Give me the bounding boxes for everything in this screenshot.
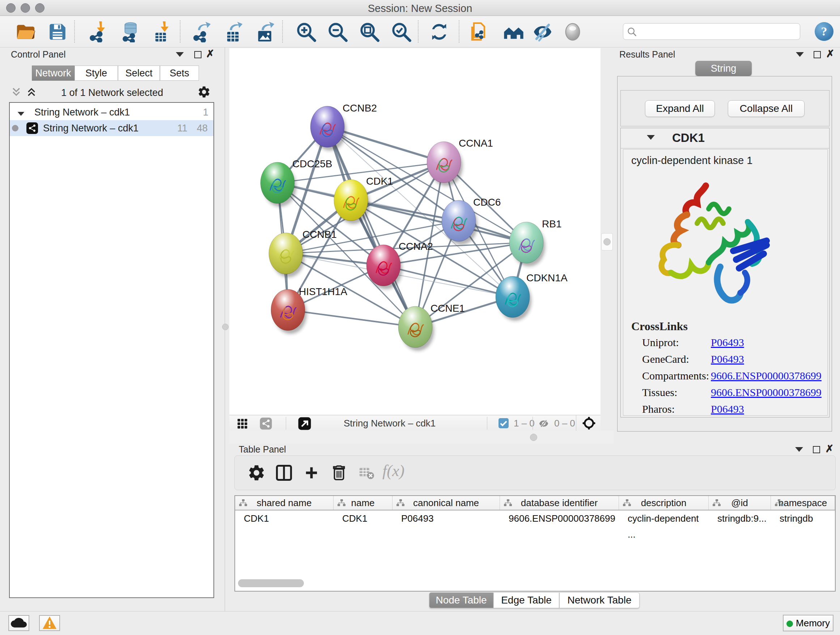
attribute-type-icon [504, 499, 512, 508]
function-builder-button[interactable]: f(x) [382, 462, 404, 480]
expand-all-networks-button[interactable] [26, 87, 37, 96]
cloud-button[interactable] [8, 615, 29, 631]
column-header[interactable]: canonical name [393, 496, 500, 510]
search-input[interactable] [640, 25, 796, 38]
table-cell[interactable]: P06493 [393, 510, 491, 526]
network-graph[interactable]: CCNB2CCNA1CDC25BCDK1CDC6RB1CCNB1CCNA2CDK… [229, 48, 600, 415]
table-cell[interactable]: stringdb:9... [709, 510, 762, 526]
left-splitter-handle[interactable] [222, 324, 229, 330]
network-node-CCNB1[interactable] [269, 233, 303, 274]
panel-float-button[interactable] [193, 50, 203, 60]
right-splitter[interactable] [601, 233, 613, 250]
hide-results-button[interactable] [532, 21, 553, 42]
panel-float-button[interactable] [811, 445, 822, 455]
string-results-box: Expand All Collapse All CDK1 cyclin-depe… [617, 76, 832, 432]
crosslink-value-link[interactable]: P06493 [711, 353, 744, 365]
tab-edge-table[interactable]: Edge Table [493, 592, 559, 608]
tab-network[interactable]: Network [32, 65, 74, 81]
panel-menu-button[interactable] [794, 445, 805, 455]
selected-checkbox[interactable] [499, 418, 508, 428]
import-network-file-button[interactable] [88, 21, 109, 42]
tab-style[interactable]: Style [74, 65, 118, 81]
save-session-button[interactable] [47, 21, 68, 42]
network-share-view-button[interactable] [259, 417, 273, 430]
panel-menu-button[interactable] [174, 50, 185, 60]
birds-eye-view-button[interactable] [297, 417, 312, 431]
warnings-button[interactable] [39, 615, 60, 631]
panel-float-button[interactable] [812, 50, 823, 60]
crosslink-value-link[interactable]: 9606.ENSP00000378699 [711, 370, 821, 382]
expand-all-button[interactable]: Expand All [645, 100, 715, 117]
table-cell[interactable]: CDK1 [333, 510, 384, 526]
column-header[interactable]: database identifier [500, 496, 619, 510]
import-network-database-button[interactable] [120, 21, 141, 42]
export-image-button[interactable] [255, 21, 276, 42]
documents-network-icon [468, 21, 489, 42]
panel-close-button[interactable]: ✗ [825, 49, 836, 59]
network-node-CDC25B[interactable] [261, 162, 294, 203]
column-header[interactable]: @id [709, 496, 771, 510]
show-grid-button[interactable] [236, 417, 249, 429]
gene-header[interactable]: CDK1 [621, 128, 829, 149]
add-column-button[interactable] [302, 463, 322, 483]
control-panel-title: Control Panel [11, 49, 65, 60]
collapse-all-networks-button[interactable] [11, 87, 22, 96]
tab-network-table[interactable]: Network Table [559, 592, 639, 608]
panel-close-button[interactable]: ✗ [824, 444, 835, 454]
network-row[interactable]: String Network – cdk1 11 48 [10, 120, 213, 136]
network-node-CCNB2[interactable] [310, 106, 344, 147]
network-view-name: String Network – cdk1 [344, 418, 436, 429]
tab-select[interactable]: Select [118, 65, 160, 81]
zoom-selected-button[interactable] [391, 21, 412, 42]
zoom-in-button[interactable] [295, 21, 317, 42]
column-header[interactable]: shared name [235, 496, 333, 510]
network-node-CCNE1[interactable] [398, 306, 432, 348]
tab-sets[interactable]: Sets [160, 65, 199, 81]
home-networks-button[interactable] [503, 21, 524, 42]
apply-layout-button[interactable] [429, 21, 450, 42]
network-node-RB1[interactable] [509, 222, 543, 263]
network-collection-row[interactable]: String Network – cdk1 1 [10, 104, 213, 120]
network-node-CCNA1[interactable] [427, 141, 461, 183]
crosslink-value-link[interactable]: P06493 [711, 403, 744, 415]
network-node-CCNA2[interactable] [366, 245, 401, 286]
tab-node-table[interactable]: Node Table [429, 592, 493, 608]
column-header[interactable]: name [333, 496, 393, 510]
import-table-button[interactable] [152, 21, 173, 42]
table-cell[interactable]: stringdb [771, 510, 826, 526]
right-splitter-handle[interactable] [603, 238, 611, 245]
export-table-button[interactable] [223, 21, 244, 42]
navigator-button[interactable] [581, 416, 597, 431]
tab-string[interactable]: String [695, 61, 752, 76]
show-columns-button[interactable] [274, 463, 294, 483]
export-network-button[interactable] [191, 21, 212, 42]
network-node-CDC6[interactable] [442, 200, 476, 241]
network-node-CDK1[interactable] [334, 180, 368, 221]
database-icon [120, 21, 141, 42]
horizontal-splitter-handle[interactable] [530, 434, 537, 441]
table-cell[interactable]: 9606.ENSP00000378699 [500, 510, 610, 526]
column-header[interactable]: namespace [771, 496, 835, 510]
delete-column-button[interactable] [329, 463, 349, 483]
open-session-button[interactable] [15, 21, 36, 42]
collapse-all-button[interactable]: Collapse All [728, 100, 805, 117]
help-button[interactable]: ? [815, 22, 834, 41]
zoom-fit-button[interactable] [359, 21, 380, 42]
column-header[interactable]: description [619, 496, 709, 510]
zoom-out-button[interactable] [327, 21, 348, 42]
network-options-gear-button[interactable] [197, 85, 211, 100]
network-node-CDKN1A[interactable] [496, 276, 530, 318]
network-canvas[interactable]: CCNB2CCNA1CDC25BCDK1CDC6RB1CCNB1CCNA2CDK… [229, 48, 600, 415]
memory-button[interactable]: Memory [783, 615, 834, 631]
delete-table-button[interactable] [356, 463, 377, 483]
horizontal-scrollbar[interactable] [238, 579, 304, 587]
export-network-to-web-button[interactable] [468, 21, 489, 42]
panel-close-button[interactable]: ✗ [205, 49, 216, 59]
presentation-mode-button[interactable] [562, 21, 583, 42]
crosslink-value-link[interactable]: 9606.ENSP00000378699 [711, 386, 821, 399]
crosslink-value-link[interactable]: P06493 [711, 336, 744, 348]
table-options-gear-button[interactable] [246, 463, 267, 483]
panel-menu-button[interactable] [794, 50, 805, 60]
table-cell[interactable]: cyclin-dependent ... [619, 510, 700, 526]
table-cell[interactable]: CDK1 [235, 510, 325, 526]
